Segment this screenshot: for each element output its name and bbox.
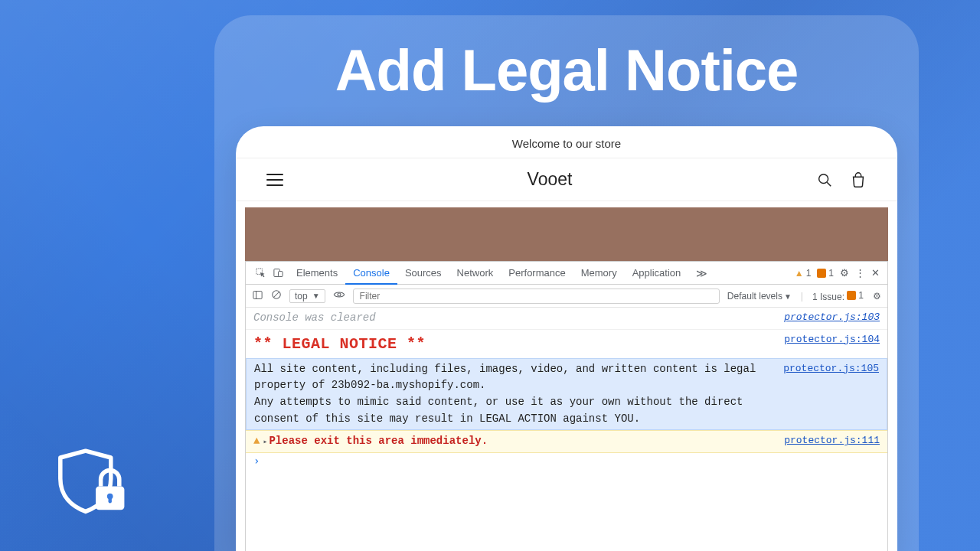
storefront-window: Welcome to our store Vooet Elements Cons…	[236, 126, 897, 551]
issues-summary[interactable]: 1 Issue: 1	[812, 290, 864, 302]
inspect-icon[interactable]	[255, 267, 266, 279]
tab-console[interactable]: Console	[345, 262, 397, 285]
hero-card: Add Legal Notice Welcome to our store Vo…	[214, 15, 919, 551]
clear-console-icon[interactable]	[271, 289, 282, 302]
svg-point-3	[819, 174, 828, 183]
device-toggle-icon[interactable]	[273, 267, 284, 279]
settings-icon[interactable]: ⚙	[840, 267, 849, 279]
source-link[interactable]: protector.js:103	[776, 310, 880, 327]
log-row-legal-title: ** LEGAL NOTICE ** protector.js:104	[246, 330, 887, 358]
svg-point-12	[338, 293, 341, 296]
issues-chip[interactable]: 1	[817, 268, 834, 279]
shield-lock-icon	[54, 441, 138, 528]
log-row-legal-body: All site content, including files, image…	[246, 358, 887, 431]
tab-performance[interactable]: Performance	[501, 262, 573, 284]
console-log-pane: Console was cleared protector.js:103 ** …	[246, 308, 887, 551]
devtools-panel: Elements Console Sources Network Perform…	[245, 261, 888, 551]
source-link[interactable]: protector.js:104	[776, 332, 880, 356]
filter-input[interactable]	[353, 289, 720, 304]
bag-icon[interactable]	[850, 171, 867, 188]
svg-line-11	[274, 292, 279, 298]
store-name: Vooet	[528, 169, 573, 190]
announcement-bar: Welcome to our store	[236, 126, 897, 158]
svg-line-4	[827, 182, 831, 186]
menu-icon[interactable]	[266, 174, 283, 186]
close-icon[interactable]: ✕	[871, 267, 880, 279]
svg-rect-8	[253, 291, 262, 298]
search-icon[interactable]	[816, 171, 833, 188]
devtools-tab-bar: Elements Console Sources Network Perform…	[246, 262, 887, 285]
kebab-icon[interactable]: ⋮	[855, 267, 865, 279]
tab-memory[interactable]: Memory	[573, 262, 625, 284]
levels-selector[interactable]: Default levels▼	[727, 291, 792, 302]
svg-rect-2	[109, 497, 112, 504]
tab-application[interactable]: Application	[625, 262, 689, 284]
sidebar-toggle-icon[interactable]	[252, 289, 263, 303]
source-link[interactable]: protector.js:111	[776, 433, 880, 450]
live-expression-icon[interactable]	[333, 289, 345, 303]
tab-sources[interactable]: Sources	[397, 262, 449, 284]
log-row-warning: ▲▸Please exit this area immediately. pro…	[246, 430, 887, 453]
source-link[interactable]: protector.js:105	[776, 361, 879, 428]
console-settings-icon[interactable]: ⚙	[873, 291, 881, 302]
tab-elements[interactable]: Elements	[289, 262, 345, 284]
warning-triangle-icon: ▲	[253, 435, 260, 447]
issue-count: 1	[828, 268, 834, 279]
console-prompt[interactable]: ›	[246, 453, 887, 468]
log-row-cleared: Console was cleared protector.js:103	[246, 308, 887, 330]
svg-rect-7	[279, 272, 283, 277]
tabs-overflow-icon[interactable]: ≫	[688, 262, 715, 284]
warn-count: 1	[806, 268, 812, 279]
warnings-chip[interactable]: ▲1	[795, 268, 812, 279]
context-selector[interactable]: top▼	[289, 289, 325, 303]
tab-network[interactable]: Network	[449, 262, 501, 284]
store-actions	[816, 171, 867, 188]
hero-banner	[245, 207, 888, 261]
store-header: Vooet	[236, 158, 897, 201]
hero-title: Add Legal Notice	[214, 37, 919, 103]
console-toolbar: top▼ Default levels▼ | 1 Issue: 1 ⚙	[246, 285, 887, 308]
